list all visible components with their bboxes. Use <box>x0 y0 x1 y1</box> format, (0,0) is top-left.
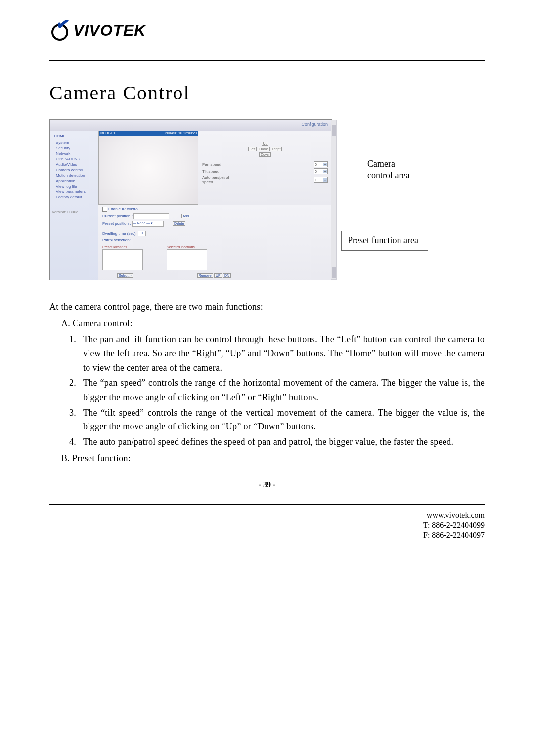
sidebar-item-application[interactable]: Application <box>52 178 96 184</box>
sidebar-item-audiovideo[interactable]: Audio/Video <box>52 162 96 167</box>
right-button[interactable]: Right <box>271 147 282 151</box>
sidebar-item-params[interactable]: View parameters <box>52 189 96 194</box>
tilt-speed-select[interactable]: 0▾ <box>314 168 328 174</box>
section-a-label: A. Camera control: <box>49 316 485 331</box>
sidebar-item-upnpddns[interactable]: UPnP&DDNS <box>52 156 96 162</box>
enable-ir-label: Enable IR control <box>108 207 138 211</box>
video-title-right: 2004/01/10 12:00:20 <box>165 131 197 136</box>
sidebar-item-motion[interactable]: Motion detection <box>52 173 96 178</box>
list-item: 4.The auto pan/patrol speed defines the … <box>69 435 485 449</box>
page-number: - 39 - <box>49 480 485 489</box>
select-button[interactable]: Select > <box>117 273 133 278</box>
video-preview: IBEDE-01 2004/01/10 12:00:20 <box>98 131 198 205</box>
left-button[interactable]: Left <box>248 147 257 151</box>
auto-speed-select[interactable]: 1▾ <box>314 177 328 183</box>
preset-panel: Enable IR control Current position : Add… <box>98 205 332 280</box>
top-rule <box>49 60 485 61</box>
enable-ir-checkbox[interactable] <box>102 207 107 212</box>
preset-position-label: Preset position : <box>102 221 131 226</box>
brand-logo: ✔ VIVOTEK <box>49 20 485 41</box>
preset-locations-header: Preset locations <box>102 245 147 249</box>
video-title-left: IBEDE-01 <box>100 131 115 136</box>
list-item: 1.The pan and tilt function can be contr… <box>69 332 485 375</box>
up-button[interactable]: Up <box>262 142 269 146</box>
sidebar-item-cameracontrol[interactable]: Camera control <box>52 167 96 173</box>
selected-locations-header: Selected locations <box>167 245 211 249</box>
auto-speed-label: Auto pan/patrol speed <box>202 175 232 184</box>
sidebar-item-log[interactable]: View log file <box>52 184 96 189</box>
add-button[interactable]: Add <box>181 214 190 218</box>
page-title: Camera Control <box>49 81 485 104</box>
callout-line <box>247 243 341 243</box>
callout-camera-area: Camera control area <box>361 154 427 186</box>
pan-speed-select[interactable]: 0▾ <box>314 161 328 167</box>
section-b-label: B. Preset function: <box>49 451 485 466</box>
tilt-speed-label: Tilt speed <box>202 169 219 174</box>
list-item: 3.The “tilt speed” controls the range of… <box>69 406 485 434</box>
bottom-rule <box>49 504 485 505</box>
list-item: 2.The “pan speed” controls the range of … <box>69 376 485 405</box>
dwell-input[interactable]: 0 <box>138 231 146 236</box>
intro-text: At the camera control page, there are tw… <box>49 300 485 314</box>
patrol-label: Patrol selection: <box>102 238 328 242</box>
move-up-button[interactable]: UP <box>214 273 222 278</box>
callout-preset-area: Preset function area <box>341 231 428 251</box>
move-down-button[interactable]: DN <box>223 273 231 278</box>
remove-button[interactable]: Remove <box>197 273 213 278</box>
footer-url: www.vivotek.com <box>49 510 485 520</box>
footer: www.vivotek.com T: 886-2-22404099 F: 886… <box>49 510 485 541</box>
sidebar-item-system[interactable]: System <box>52 140 96 145</box>
footer-tel: T: 886-2-22404099 <box>49 520 485 531</box>
sidebar-item-security[interactable]: Security <box>52 145 96 151</box>
brand-name: VIVOTEK <box>73 21 146 40</box>
sidebar-home[interactable]: HOME <box>52 133 96 140</box>
callout-line <box>287 168 361 168</box>
delete-button[interactable]: Delete <box>173 221 185 226</box>
footer-fax: F: 886-2-22404097 <box>49 530 485 541</box>
current-position-label: Current position : <box>102 214 133 218</box>
down-button[interactable]: Down <box>259 152 271 157</box>
screenshot-figure: Configuration HOME System Security Netwo… <box>49 119 425 280</box>
body-text: At the camera control page, there are tw… <box>49 300 485 466</box>
logo-mark: ✔ <box>49 20 70 41</box>
scrollbar[interactable] <box>331 120 337 280</box>
config-sidebar: HOME System Security Network UPnP&DDNS A… <box>50 131 98 280</box>
dwell-label: Dwelling time (sec): <box>102 231 137 236</box>
current-position-input[interactable] <box>134 213 169 219</box>
sidebar-version: Version: 0300e <box>52 200 96 214</box>
home-button[interactable]: Home <box>258 147 270 151</box>
preset-locations-list[interactable] <box>102 249 143 270</box>
config-header: Configuration <box>50 120 332 131</box>
sidebar-item-factory[interactable]: Factory default <box>52 194 96 200</box>
selected-locations-list[interactable] <box>167 249 207 270</box>
pan-speed-label: Pan speed <box>202 162 221 167</box>
config-screenshot: Configuration HOME System Security Netwo… <box>49 119 332 280</box>
preset-position-select[interactable]: — None — ▾ <box>132 221 164 227</box>
sidebar-item-network[interactable]: Network <box>52 151 96 156</box>
